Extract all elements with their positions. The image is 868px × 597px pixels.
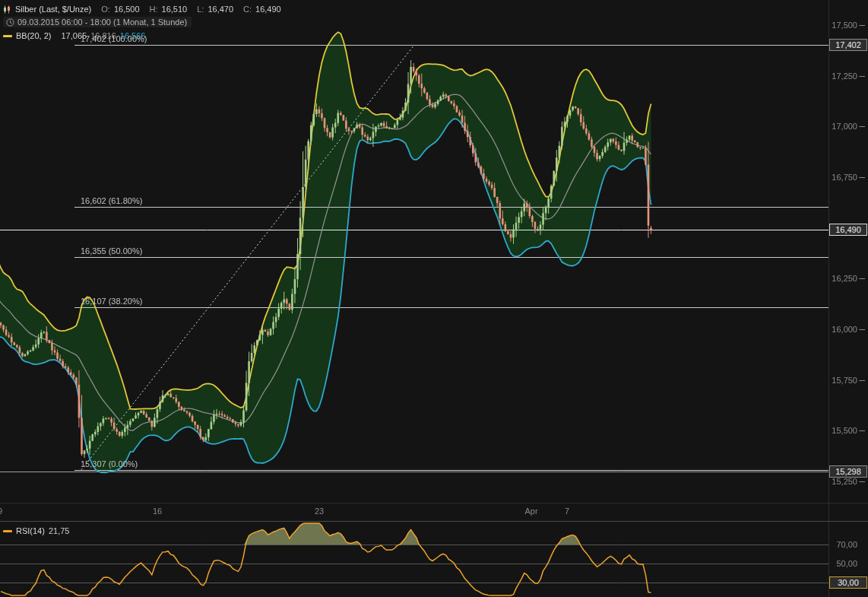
open-label: O:	[101, 5, 110, 14]
low-value: 16,470	[207, 5, 233, 14]
instrument-legend: Silber (Last, $/Unze) O: 16,500 H: 16,51…	[3, 5, 281, 14]
rsi-icon	[3, 530, 12, 532]
rsi-value: 21,75	[49, 526, 70, 535]
candlestick-icon	[3, 5, 11, 14]
bollinger-upper-value: 17,065	[61, 31, 87, 40]
high-value: 16,510	[162, 5, 188, 14]
bollinger-legend[interactable]: BB(20, 2) 17,065 16,816 16,566	[3, 31, 145, 40]
instrument-name: Silber (Last, $/Unze)	[15, 5, 91, 14]
timeframe-text: 09.03.2015 06:00 - 18:00 (1 Monat, 1 Stu…	[17, 17, 187, 27]
bollinger-name: BB(20, 2)	[16, 31, 51, 40]
rsi-legend[interactable]: RSI(14) 21,75	[3, 526, 69, 535]
price-chart-canvas[interactable]	[0, 0, 868, 597]
chart-window: Silber (Last, $/Unze) O: 16,500 H: 16,51…	[0, 0, 868, 597]
close-value: 16,490	[255, 5, 281, 14]
open-value: 16,500	[114, 5, 140, 14]
timeframe-control[interactable]: 09.03.2015 06:00 - 18:00 (1 Monat, 1 Stu…	[3, 17, 192, 27]
bollinger-middle-value: 16,816	[90, 31, 116, 40]
close-label: C:	[243, 5, 252, 14]
bollinger-lower-value: 16,566	[120, 31, 146, 40]
bollinger-icon	[3, 35, 12, 37]
high-label: H:	[150, 5, 158, 14]
rsi-name: RSI(14)	[16, 526, 45, 535]
clock-icon	[6, 18, 14, 27]
low-label: L:	[197, 5, 204, 14]
